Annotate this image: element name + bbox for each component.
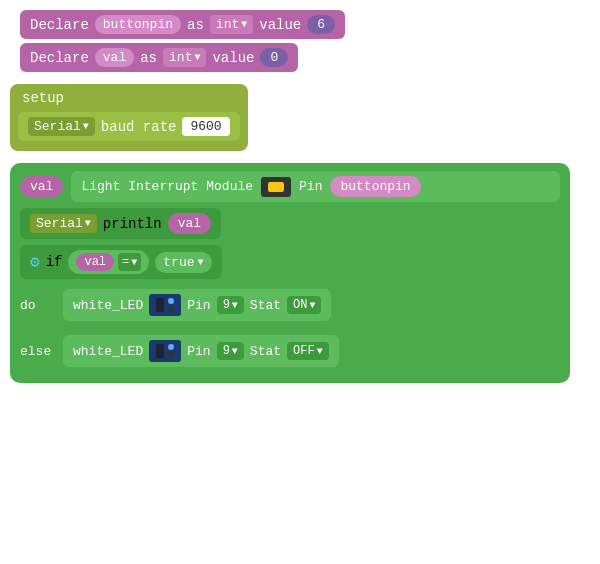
var-name-2[interactable]: val [95,48,134,67]
stat-label-do: Stat [250,298,281,313]
light-interrupt-icon [261,177,291,197]
gear-icon[interactable]: ⚙ [30,252,40,272]
if-label: if [46,254,63,270]
declare-group: Declare buttonpin as int ▼ value 6 Decla… [20,10,590,72]
do-label: do [20,298,55,313]
value-label-2: value [212,50,254,66]
setup-label: setup [18,90,240,106]
declare-keyword-2: Declare [30,50,89,66]
blocks-container: Declare buttonpin as int ▼ value 6 Decla… [10,10,590,383]
led-module-icon-1 [149,294,181,316]
led-action-label-1: white_LED [73,298,143,313]
val-tag[interactable]: val [20,176,63,197]
module-label: Light Interrupt Module [81,179,253,194]
serial-dropdown-main[interactable]: Serial ▼ [30,214,97,233]
if-row: ⚙ if val = ▼ true ▼ [20,245,222,279]
setup-inner: Serial ▼ baud rate 9600 [18,112,240,141]
declare-block-1: Declare buttonpin as int ▼ value 6 [20,10,345,39]
val-ref-println[interactable]: val [168,213,211,234]
as-label-1: as [187,17,204,33]
value-2[interactable]: 0 [260,48,288,67]
value-label-1: value [259,17,301,33]
pin-label-else: Pin [187,344,210,359]
pin-value-module[interactable]: buttonpin [330,176,420,197]
led-off-block: white_LED Pin 9 ▼ Stat OFF ▼ [63,335,339,367]
var-name-1[interactable]: buttonpin [95,15,181,34]
value-1[interactable]: 6 [307,15,335,34]
declare-keyword-1: Declare [30,17,89,33]
println-row: Serial ▼ println val [20,208,221,239]
led-on-block: white_LED Pin 9 ▼ Stat ON ▼ [63,289,331,321]
serial-dropdown-setup[interactable]: Serial ▼ [28,117,95,136]
type-dropdown-1[interactable]: int ▼ [210,15,253,34]
baud-label: baud rate [101,119,177,135]
light-interrupt-block: Light Interrupt Module Pin buttonpin [71,171,560,202]
led-module-icon-2 [149,340,181,362]
main-section: val Light Interrupt Module Pin buttonpin… [10,163,570,383]
println-label: println [103,216,162,232]
pin-label-do: Pin [187,298,210,313]
type-arrow-1: ▼ [241,19,247,30]
else-block: else white_LED Pin 9 ▼ Stat OFF [20,331,560,371]
setup-block: setup Serial ▼ baud rate 9600 [10,84,248,151]
stat-off-dropdown[interactable]: OFF ▼ [287,342,329,360]
pin-num-else[interactable]: 9 ▼ [217,342,244,360]
cond-var[interactable]: val [76,253,114,271]
declare-block-2: Declare val as int ▼ value 0 [20,43,298,72]
stat-label-else: Stat [250,344,281,359]
serial-arrow-setup: ▼ [83,121,89,132]
type-arrow-2: ▼ [194,52,200,63]
type-dropdown-2[interactable]: int ▼ [163,48,206,67]
serial-arrow-main: ▼ [85,218,91,229]
cond-op-dropdown[interactable]: = ▼ [118,253,141,271]
val-assignment-row: val Light Interrupt Module Pin buttonpin [20,171,560,202]
led-action-label-2: white_LED [73,344,143,359]
condition-block: val = ▼ [68,250,149,274]
stat-on-dropdown[interactable]: ON ▼ [287,296,321,314]
else-label: else [20,344,55,359]
pin-num-do[interactable]: 9 ▼ [217,296,244,314]
do-block: do white_LED Pin 9 ▼ Stat ON [20,285,560,325]
baud-value[interactable]: 9600 [182,117,229,136]
as-label-2: as [140,50,157,66]
true-dropdown[interactable]: true ▼ [155,252,211,273]
pin-label-module: Pin [299,179,322,194]
